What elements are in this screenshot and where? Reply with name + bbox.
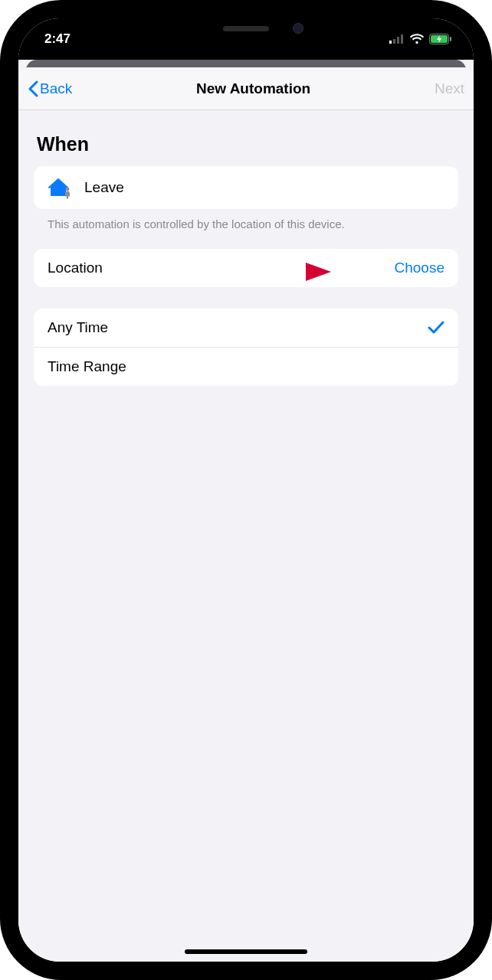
svg-point-7 [66,188,70,191]
trigger-row-leave[interactable]: Leave [34,166,458,209]
volume-up-button [0,191,2,245]
trigger-label: Leave [84,179,444,196]
notch [150,18,342,46]
wifi-icon [409,34,425,44]
location-row[interactable]: Location Choose [34,249,458,287]
svg-rect-2 [397,37,399,44]
time-option-any[interactable]: Any Time [34,309,458,347]
leave-home-icon [48,177,74,198]
page-title: New Automation [196,80,310,97]
home-indicator[interactable] [185,949,307,954]
svg-rect-3 [401,34,403,44]
silence-switch [0,138,2,165]
location-label: Location [48,260,395,276]
checkmark-icon [428,321,444,335]
location-choose-link[interactable]: Choose [395,260,445,276]
trigger-footnote: This automation is controlled by the loc… [34,209,458,249]
back-label: Back [40,80,72,97]
time-any-label: Any Time [48,319,428,336]
section-header-when: When [37,133,458,155]
status-time: 2:47 [44,31,71,47]
volume-down-button [0,260,2,314]
svg-rect-1 [393,39,395,44]
battery-icon [429,34,452,44]
back-button[interactable]: Back [28,80,72,97]
time-range-label: Time Range [48,358,444,375]
time-option-range[interactable]: Time Range [34,347,458,386]
svg-rect-5 [450,37,451,41]
chevron-left-icon [28,80,38,97]
cellular-icon [389,34,405,44]
navigation-bar: Back New Automation Next [18,67,474,110]
next-button[interactable]: Next [435,80,464,97]
svg-rect-0 [389,41,392,44]
